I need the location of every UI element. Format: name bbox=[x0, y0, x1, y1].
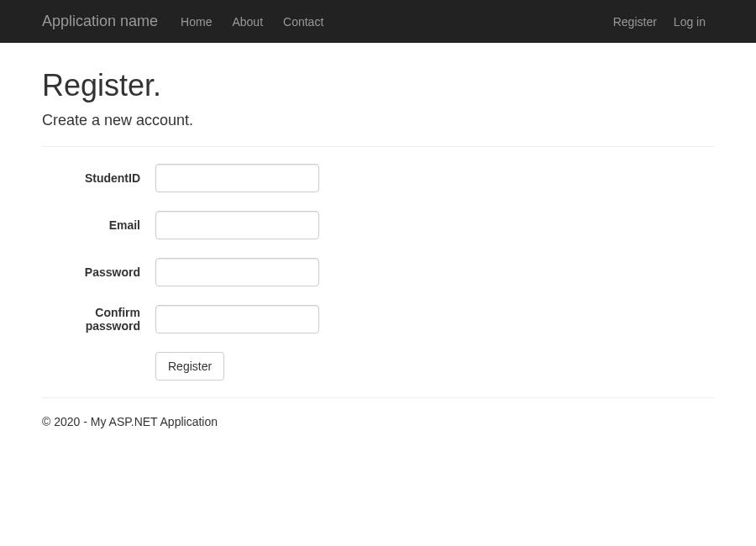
page-subtitle: Create a new account. bbox=[42, 112, 714, 129]
email-label: Email bbox=[42, 218, 155, 232]
footer-text: © 2020 - My ASP.NET Application bbox=[42, 415, 714, 428]
nav-login[interactable]: Log in bbox=[665, 3, 714, 41]
register-button[interactable]: Register bbox=[155, 352, 224, 381]
nav-home[interactable]: Home bbox=[171, 3, 222, 41]
divider-bottom bbox=[42, 397, 714, 398]
page-title: Register. bbox=[42, 68, 714, 103]
brand-link[interactable]: Application name bbox=[42, 0, 171, 43]
nav-contact[interactable]: Contact bbox=[273, 3, 333, 41]
form-group-studentid: StudentID bbox=[42, 164, 714, 192]
password-label: Password bbox=[42, 265, 155, 279]
footer: © 2020 - My ASP.NET Application bbox=[42, 415, 714, 428]
form-group-email: Email bbox=[42, 211, 714, 239]
register-form: StudentID Email Password Confirm passwor… bbox=[42, 164, 714, 381]
nav-about[interactable]: About bbox=[222, 3, 273, 41]
studentid-input[interactable] bbox=[155, 164, 319, 192]
divider-top bbox=[42, 146, 714, 147]
email-input[interactable] bbox=[155, 211, 319, 239]
confirm-label: Confirm password bbox=[42, 306, 155, 333]
nav-register[interactable]: Register bbox=[605, 3, 665, 41]
navbar: Application name Home About Contact Regi… bbox=[0, 0, 756, 43]
confirm-input[interactable] bbox=[155, 305, 319, 333]
form-group-password: Password bbox=[42, 258, 714, 286]
studentid-label: StudentID bbox=[42, 171, 155, 185]
form-group-confirm: Confirm password bbox=[42, 305, 714, 333]
password-input[interactable] bbox=[155, 258, 319, 286]
